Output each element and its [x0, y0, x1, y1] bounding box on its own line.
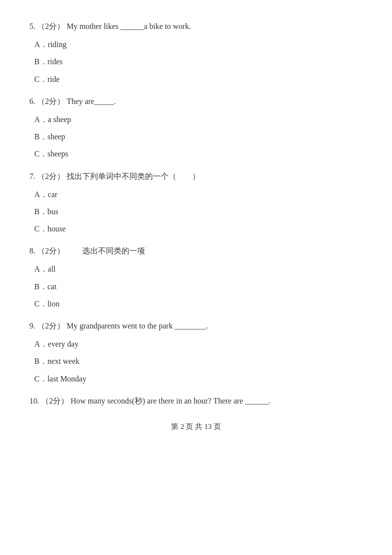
option-c-text: last Monday	[48, 375, 87, 383]
option-c-text: sheeps	[48, 150, 69, 158]
question-10-number: 10.	[29, 397, 39, 405]
question-9-points: （2分）	[37, 322, 65, 330]
option-b-letter: B．	[34, 282, 48, 291]
question-6-option-c: C．sheeps	[29, 147, 363, 160]
question-8-title: 8. （2分） 选出不同类的一项	[29, 244, 363, 257]
question-7-text: 找出下列单词中不同类的一个（ ）	[67, 172, 200, 180]
question-6-text: They are_____.	[67, 97, 116, 105]
question-6-number: 6.	[29, 97, 35, 105]
option-b-text: sheep	[48, 132, 65, 141]
option-c-letter: C．	[34, 225, 48, 233]
question-8-option-a: A．all	[29, 262, 363, 276]
option-a-text: car	[48, 190, 58, 199]
question-10-title: 10. （2分） How many seconds(秒) are there i…	[29, 394, 363, 407]
option-c-text: lion	[48, 300, 60, 308]
option-c-letter: C．	[34, 75, 48, 83]
option-a-text: riding	[48, 40, 67, 49]
option-a-letter: A．	[34, 340, 48, 348]
question-6: 6. （2分） They are_____. A．a sheep B．sheep…	[29, 95, 363, 161]
question-8-option-b: B．cat	[29, 280, 363, 293]
question-9-number: 9.	[29, 322, 35, 330]
option-a-text: a sheep	[48, 115, 72, 124]
option-c-text: house	[48, 225, 66, 233]
option-c-letter: C．	[34, 375, 48, 383]
question-10-points: （2分）	[41, 397, 69, 405]
question-7-option-c: C．house	[29, 222, 363, 235]
question-6-title: 6. （2分） They are_____.	[29, 95, 363, 108]
question-8: 8. （2分） 选出不同类的一项 A．all B．cat C．lion	[29, 244, 363, 310]
question-7-option-b: B．bus	[29, 205, 363, 218]
question-9-text: My grandparents went to the park _______…	[67, 322, 208, 330]
option-c-letter: C．	[34, 300, 48, 308]
option-a-letter: A．	[34, 40, 48, 49]
question-9-option-c: C．last Monday	[29, 372, 363, 385]
question-5-option-a: A．riding	[29, 38, 363, 51]
question-6-points: （2分）	[37, 97, 65, 105]
question-5-points: （2分）	[37, 22, 65, 30]
question-6-option-b: B．sheep	[29, 130, 363, 143]
option-a-letter: A．	[34, 115, 48, 124]
question-9-option-a: A．every day	[29, 337, 363, 351]
question-10-text: How many seconds(秒) are there in an hour…	[71, 397, 270, 405]
option-b-letter: B．	[34, 132, 48, 141]
option-b-letter: B．	[34, 57, 48, 66]
option-b-letter: B．	[34, 357, 48, 365]
page-footer: 第 2 页 共 13 页	[29, 422, 363, 431]
question-9-title: 9. （2分） My grandparents went to the park…	[29, 319, 363, 332]
question-5-option-c: C．ride	[29, 73, 363, 86]
option-b-text: rides	[48, 57, 63, 66]
question-5-title: 5. （2分） My mother likes ______a bike to …	[29, 20, 363, 33]
question-5-option-b: B．rides	[29, 55, 363, 68]
option-a-text: all	[48, 265, 56, 273]
question-8-option-c: C．lion	[29, 297, 363, 310]
footer-text: 第 2 页 共 13 页	[171, 423, 220, 430]
question-7-number: 7.	[29, 172, 35, 180]
question-7: 7. （2分） 找出下列单词中不同类的一个（ ） A．car B．bus C．h…	[29, 170, 363, 236]
option-a-letter: A．	[34, 265, 48, 273]
question-8-text: 选出不同类的一项	[82, 247, 145, 255]
question-9: 9. （2分） My grandparents went to the park…	[29, 319, 363, 385]
exam-content: 5. （2分） My mother likes ______a bike to …	[29, 20, 363, 431]
question-7-title: 7. （2分） 找出下列单词中不同类的一个（ ）	[29, 170, 363, 183]
question-8-points: （2分）	[37, 247, 80, 255]
option-b-text: cat	[48, 282, 57, 291]
option-c-letter: C．	[34, 150, 48, 158]
option-b-text: next week	[48, 357, 79, 365]
question-7-option-a: A．car	[29, 188, 363, 201]
question-5-text: My mother likes ______a bike to work.	[67, 22, 191, 30]
option-b-letter: B．	[34, 207, 48, 216]
question-5: 5. （2分） My mother likes ______a bike to …	[29, 20, 363, 86]
option-b-text: bus	[48, 207, 58, 216]
option-a-letter: A．	[34, 190, 48, 199]
option-c-text: ride	[48, 75, 60, 83]
question-8-number: 8.	[29, 247, 35, 255]
question-9-option-b: B．next week	[29, 354, 363, 368]
option-a-text: every day	[48, 340, 79, 348]
question-6-option-a: A．a sheep	[29, 113, 363, 126]
question-5-number: 5.	[29, 22, 35, 30]
question-10: 10. （2分） How many seconds(秒) are there i…	[29, 394, 363, 407]
question-7-points: （2分）	[37, 172, 65, 180]
